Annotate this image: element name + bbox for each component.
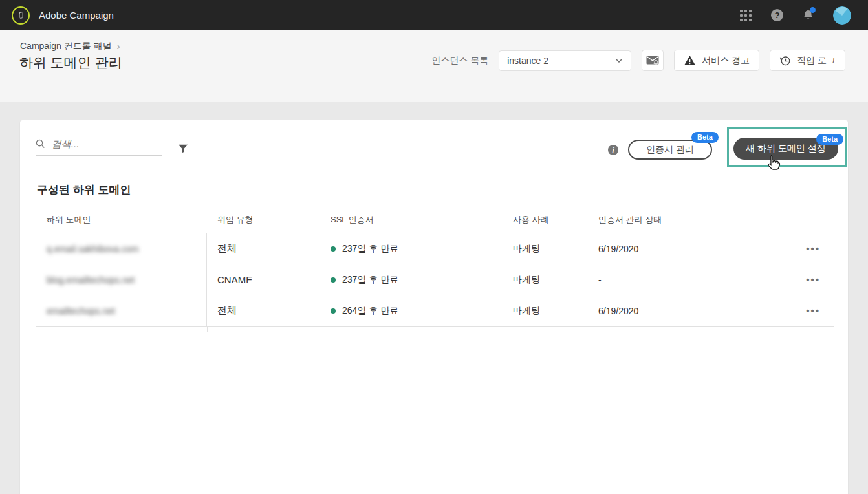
beta-badge: Beta [691,132,719,143]
cert-status-date: - [593,275,763,285]
deliverability-mail-icon [646,56,659,66]
adobe-campaign-logo-icon [12,6,30,25]
header-controls: 인스턴스 목록 instance 2 [431,50,845,71]
page-header: Campaign 컨트롤 패널 › 하위 도메인 관리 인스턴스 목록 inst… [0,30,868,102]
section-title: 구성된 하위 도메인 [37,182,131,197]
new-subdomain-label: 새 하위 도메인 설정 [746,143,826,155]
job-history-clock-icon [779,55,791,67]
row-actions-menu[interactable]: ••• [806,305,820,316]
warning-triangle-icon [684,55,696,66]
instance-select-value: instance 2 [507,56,548,66]
app-grid-icon[interactable] [740,10,752,21]
row-actions-menu[interactable]: ••• [806,274,820,285]
subdomains-table: 하위 도메인 위임 유형 SSL 인증서 사용 사례 인증서 관리 상태 q.e… [36,203,834,327]
ssl-expiry: 237일 후 만료 [342,274,398,286]
col-header-delegation: 위임 유형 [207,214,327,233]
table-row[interactable]: emailtechops.net 전체 264일 후 만료 마케팅 6/19/2… [36,295,834,327]
col-header-subdomain: 하위 도메인 [36,214,207,233]
service-alerts-label: 서비스 경고 [702,55,750,67]
search-field[interactable] [36,138,162,156]
topbar: Adobe Campaign ? [0,0,868,30]
divider-line [272,482,834,482]
avatar[interactable] [833,6,851,25]
breadcrumb[interactable]: Campaign 컨트롤 패널 › [20,41,120,52]
subdomain-name: emailtechops.net [47,306,115,316]
use-case: 마케팅 [505,243,593,255]
info-icon[interactable]: i [608,145,618,155]
cert-status-date: 6/19/2020 [593,244,763,254]
column-divider-stub [207,327,208,332]
cert-status-date: 6/19/2020 [593,306,763,316]
ssl-expiry: 237일 후 만료 [342,243,398,255]
certificate-manage-button[interactable]: 인증서 관리 Beta [628,140,712,160]
instance-list-label: 인스턴스 목록 [431,55,488,67]
subdomains-card: i 인증서 관리 Beta 새 하위 도메인 설정 Beta 구성된 하위 도메… [20,120,848,494]
use-case: 마케팅 [505,305,593,317]
search-icon [36,138,45,149]
table-header-row: 하위 도메인 위임 유형 SSL 인증서 사용 사례 인증서 관리 상태 [36,203,834,233]
delegation-type: CNAME [207,274,327,285]
table-row[interactable]: q.email.sakhibova.com 전체 237일 후 만료 마케팅 6… [36,233,834,264]
search-input[interactable] [52,138,162,149]
ssl-status-dot [331,277,336,283]
help-icon[interactable]: ? [771,9,783,21]
use-case: 마케팅 [505,274,593,286]
job-logs-button[interactable]: 작업 로그 [770,50,845,71]
service-alerts-button[interactable]: 서비스 경고 [674,50,759,71]
instance-select[interactable]: instance 2 [499,50,631,71]
topbar-actions: ? [740,6,851,25]
annotation-highlight-box: 새 하위 도메인 설정 Beta [727,127,847,167]
filter-funnel-icon[interactable] [178,144,188,156]
col-header-ssl: SSL 인증서 [327,214,505,233]
subdomain-name: blog.emailtechops.net [47,275,135,285]
chevron-right-icon: › [117,41,120,52]
subdomain-name: q.email.sakhibova.com [47,244,138,254]
col-header-usecase: 사용 사례 [505,214,593,233]
screen: Adobe Campaign ? Campai [0,0,868,494]
job-logs-label: 작업 로그 [797,55,836,67]
ssl-status-dot [331,308,336,314]
notification-dot [810,7,816,13]
table-row[interactable]: blog.emailtechops.net CNAME 237일 후 만료 마케… [36,264,834,295]
delegation-type: 전체 [207,242,327,255]
beta-badge: Beta [816,134,843,145]
chevron-down-icon [615,58,623,63]
ssl-expiry: 264일 후 만료 [342,305,398,317]
row-actions-menu[interactable]: ••• [806,243,820,254]
deliverability-mail-button[interactable] [642,50,664,71]
page-title: 하위 도메인 관리 [19,54,122,72]
breadcrumb-link[interactable]: Campaign 컨트롤 패널 [20,41,112,52]
delegation-type: 전체 [207,305,327,317]
notifications-bell-icon[interactable] [803,9,814,21]
certificate-manage-label: 인증서 관리 [646,144,694,156]
col-header-certstatus: 인증서 관리 상태 [593,214,763,233]
ssl-status-dot [331,246,336,252]
app-title: Adobe Campaign [39,10,114,21]
